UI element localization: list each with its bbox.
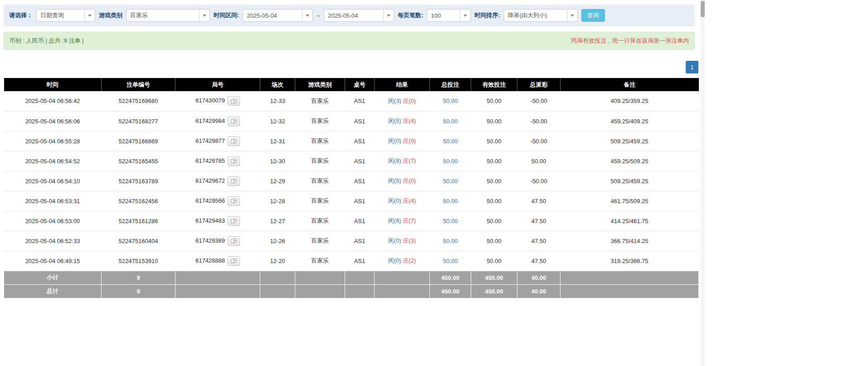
round-cards-icon[interactable] <box>228 196 240 206</box>
cell-time: 2025-05-04 06:52:33 <box>4 231 102 251</box>
round-cards-icon[interactable] <box>228 96 240 106</box>
cell-round-no: 617429566 <box>176 191 260 211</box>
total-bet-link[interactable]: 50.00 <box>443 198 458 205</box>
cell-result: 闲(0) 庄(4) <box>375 191 430 211</box>
query-type-select[interactable]: 日期查询 <box>36 9 95 22</box>
round-cards-icon[interactable] <box>228 256 240 266</box>
game-category-label: 游戏类别 <box>99 11 122 20</box>
round-cards-icon[interactable] <box>228 236 240 246</box>
cell-table-no: AS1 <box>345 91 375 111</box>
cell-game-category: 百家乐 <box>295 211 345 231</box>
date-to-select[interactable]: 2025-05-04 <box>324 9 394 22</box>
cell-total-bet: 50.00 <box>430 231 471 251</box>
vertical-scrollbar[interactable] <box>701 0 705 366</box>
date-from-select[interactable]: 2025-05-04 <box>243 9 313 22</box>
chevron-down-icon <box>383 10 394 21</box>
cell-session: 12-33 <box>260 91 295 111</box>
round-no-text: 617429785 <box>195 157 225 164</box>
subtotal-valid-bet: 450.00 <box>471 271 517 284</box>
total-bet-link[interactable]: 50.00 <box>443 158 458 165</box>
cell-bet-no: 522475163789 <box>102 171 176 191</box>
round-cards-icon[interactable] <box>228 156 240 166</box>
cell-result: 闲(3) 庄(0) <box>375 91 430 111</box>
empty-cell <box>375 271 430 284</box>
subtotal-row: 小计 9 450.00 450.00 40.00 <box>4 271 699 284</box>
game-category-select[interactable]: 百家乐 <box>126 9 210 22</box>
player-result: 闲(5) <box>388 177 401 184</box>
player-result: 闲(0) <box>388 197 401 204</box>
cell-bet-no: 522475160404 <box>102 231 176 251</box>
round-cards-icon[interactable] <box>228 137 240 146</box>
cell-session: 12-26 <box>260 231 295 251</box>
cell-time: 2025-05-04 06:56:42 <box>4 91 102 111</box>
table-row: 2025-05-04 06:53:00 522475161286 6174294… <box>4 211 699 231</box>
cell-total-bet: 50.00 <box>430 111 471 131</box>
cell-remark: 414.25/461.75 <box>561 211 699 231</box>
sort-order-select[interactable]: 降幂(由大到小) <box>504 9 578 22</box>
cell-remark: 459.25/509.25 <box>561 151 699 171</box>
empty-cell <box>260 284 295 298</box>
round-cards-icon[interactable] <box>228 176 240 186</box>
col-remark: 备注 <box>561 78 699 91</box>
empty-cell <box>295 284 345 298</box>
table-row: 2025-05-04 06:52:33 522475160404 6174293… <box>4 231 699 251</box>
banker-result: 庄(4) <box>403 197 416 204</box>
cell-valid-bet: 50.00 <box>471 251 517 271</box>
cell-table-no: AS1 <box>345 111 375 131</box>
cell-time: 2025-05-04 06:54:52 <box>4 151 102 171</box>
page-size-label: 每页笔数: <box>398 11 423 20</box>
subtotal-total-bet: 450.00 <box>430 271 471 284</box>
cell-result: 闲(0) 庄(3) <box>375 231 430 251</box>
cell-result: 闲(0) 庄(2) <box>375 251 430 271</box>
cell-valid-bet: 50.00 <box>471 91 517 111</box>
summary-bar: 币别 : 人民币 | 总共 :9 注单 | 同局有效投注，统一计算在该局第一张注… <box>4 32 695 50</box>
cell-valid-bet: 50.00 <box>471 211 517 231</box>
total-bet-link[interactable]: 50.00 <box>443 258 458 264</box>
cell-round-no: 617429984 <box>176 111 260 131</box>
col-time: 时间 <box>4 78 102 91</box>
round-no-text: 617430079 <box>195 97 225 104</box>
cell-round-no: 617429672 <box>176 171 260 191</box>
cell-time: 2025-05-04 06:55:28 <box>4 131 102 151</box>
cell-bet-no: 522475165455 <box>102 151 176 171</box>
cell-session: 12-20 <box>260 251 295 271</box>
cell-payout: -50.00 <box>517 91 561 111</box>
empty-cell <box>345 271 375 284</box>
time-range-label: 时间区间: <box>214 11 239 20</box>
round-no-text: 617429984 <box>195 117 225 124</box>
total-total-bet: 450.00 <box>430 284 471 298</box>
total-row: 总计 9 450.00 450.00 40.00 <box>4 284 699 298</box>
cell-payout: 47.50 <box>517 231 561 251</box>
date-from-value: 2025-05-04 <box>243 12 277 19</box>
total-bet-link[interactable]: 50.00 <box>443 238 458 244</box>
scrollbar-thumb[interactable] <box>701 1 705 17</box>
round-cards-icon[interactable] <box>228 117 240 126</box>
page-size-select[interactable]: 100 <box>427 9 471 22</box>
cell-round-no: 617430079 <box>176 91 260 111</box>
banker-result: 庄(3) <box>403 237 416 244</box>
cell-valid-bet: 50.00 <box>471 191 517 211</box>
round-cards-icon[interactable] <box>228 216 240 226</box>
page-size-value: 100 <box>427 12 441 19</box>
cell-total-bet: 50.00 <box>430 171 471 191</box>
total-bet-link[interactable]: 50.00 <box>443 138 458 145</box>
cell-payout: -50.00 <box>517 111 561 131</box>
total-bet-link[interactable]: 50.00 <box>443 178 458 185</box>
page: 请选择： 日期查询 游戏类别 百家乐 时间区间: 2025-05-04 ~ 20… <box>0 5 868 298</box>
cell-round-no: 617429483 <box>176 211 260 231</box>
cell-payout: 47.50 <box>517 191 561 211</box>
empty-cell <box>561 284 699 298</box>
cell-table-no: AS1 <box>345 211 375 231</box>
cell-game-category: 百家乐 <box>295 91 345 111</box>
total-bet-link[interactable]: 50.00 <box>443 118 458 125</box>
player-result: 闲(3) <box>388 98 401 104</box>
cell-remark: 461.75/509.25 <box>561 191 699 211</box>
total-bet-link[interactable]: 50.00 <box>443 98 458 104</box>
col-bet-no: 注单编号 <box>102 78 176 91</box>
cell-payout: 47.50 <box>517 251 561 271</box>
total-bet-link[interactable]: 50.00 <box>443 218 458 224</box>
page-button-1[interactable]: 1 <box>686 61 698 73</box>
cell-total-bet: 50.00 <box>430 211 471 231</box>
player-result: 闲(0) <box>388 137 401 144</box>
query-button[interactable]: 查询 <box>581 9 605 22</box>
